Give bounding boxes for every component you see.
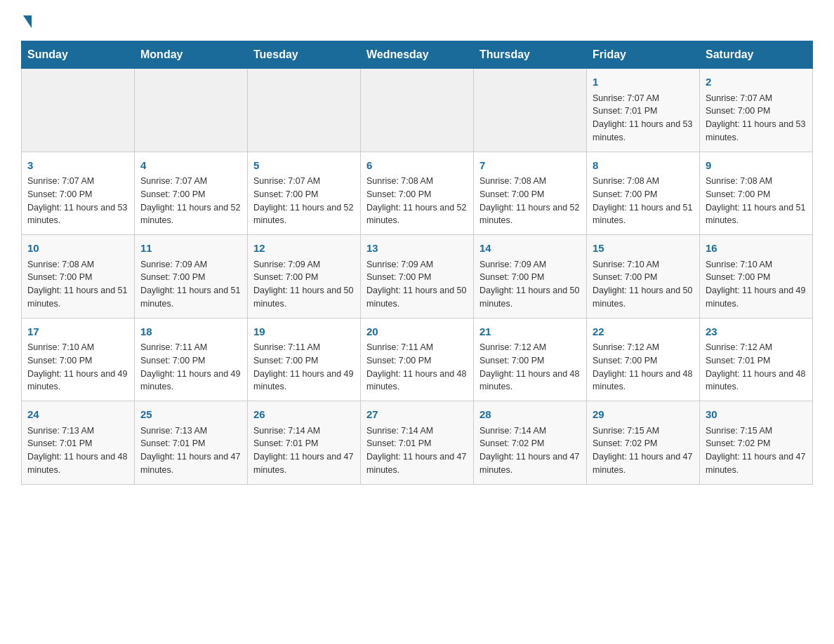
day-info: Sunrise: 7:08 AM Sunset: 7:00 PM Dayligh… bbox=[366, 175, 468, 227]
day-info: Sunrise: 7:13 AM Sunset: 7:01 PM Dayligh… bbox=[27, 424, 128, 477]
calendar-day-cell: 2Sunrise: 7:07 AM Sunset: 7:00 PM Daylig… bbox=[700, 69, 813, 152]
calendar-day-cell: 13Sunrise: 7:09 AM Sunset: 7:00 PM Dayli… bbox=[361, 235, 474, 318]
calendar-day-header: Friday bbox=[587, 41, 700, 69]
calendar-day-header: Thursday bbox=[474, 41, 587, 69]
day-info: Sunrise: 7:11 AM Sunset: 7:00 PM Dayligh… bbox=[140, 341, 241, 394]
day-number: 2 bbox=[706, 74, 807, 90]
day-info: Sunrise: 7:12 AM Sunset: 7:01 PM Dayligh… bbox=[706, 341, 807, 394]
day-number: 19 bbox=[253, 324, 355, 340]
calendar-day-cell bbox=[135, 69, 248, 152]
calendar-day-cell: 22Sunrise: 7:12 AM Sunset: 7:00 PM Dayli… bbox=[587, 318, 700, 401]
calendar-day-cell: 8Sunrise: 7:08 AM Sunset: 7:00 PM Daylig… bbox=[587, 152, 700, 235]
calendar-week-row: 3Sunrise: 7:07 AM Sunset: 7:00 PM Daylig… bbox=[22, 152, 813, 235]
calendar-week-row: 24Sunrise: 7:13 AM Sunset: 7:01 PM Dayli… bbox=[22, 401, 813, 485]
day-info: Sunrise: 7:11 AM Sunset: 7:00 PM Dayligh… bbox=[366, 341, 468, 394]
day-number: 20 bbox=[366, 324, 468, 340]
day-number: 26 bbox=[253, 407, 355, 423]
calendar-day-header: Tuesday bbox=[248, 41, 361, 69]
calendar-week-row: 17Sunrise: 7:10 AM Sunset: 7:00 PM Dayli… bbox=[22, 318, 813, 401]
calendar-day-cell: 18Sunrise: 7:11 AM Sunset: 7:00 PM Dayli… bbox=[135, 318, 248, 401]
calendar-day-cell: 27Sunrise: 7:14 AM Sunset: 7:01 PM Dayli… bbox=[361, 401, 474, 485]
day-number: 25 bbox=[140, 407, 241, 423]
day-info: Sunrise: 7:08 AM Sunset: 7:00 PM Dayligh… bbox=[593, 175, 694, 227]
day-info: Sunrise: 7:09 AM Sunset: 7:00 PM Dayligh… bbox=[479, 258, 581, 311]
day-info: Sunrise: 7:10 AM Sunset: 7:00 PM Dayligh… bbox=[593, 258, 694, 311]
calendar-day-cell: 24Sunrise: 7:13 AM Sunset: 7:01 PM Dayli… bbox=[22, 401, 135, 485]
calendar-day-cell: 16Sunrise: 7:10 AM Sunset: 7:00 PM Dayli… bbox=[700, 235, 813, 318]
day-number: 4 bbox=[140, 158, 241, 174]
calendar-day-cell: 17Sunrise: 7:10 AM Sunset: 7:00 PM Dayli… bbox=[22, 318, 135, 401]
day-number: 17 bbox=[27, 324, 128, 340]
calendar-header-row: SundayMondayTuesdayWednesdayThursdayFrid… bbox=[22, 41, 813, 69]
calendar-day-cell: 5Sunrise: 7:07 AM Sunset: 7:00 PM Daylig… bbox=[248, 152, 361, 235]
day-info: Sunrise: 7:08 AM Sunset: 7:00 PM Dayligh… bbox=[706, 175, 807, 227]
day-info: Sunrise: 7:14 AM Sunset: 7:01 PM Dayligh… bbox=[366, 424, 468, 477]
day-info: Sunrise: 7:11 AM Sunset: 7:00 PM Dayligh… bbox=[253, 341, 355, 394]
calendar-day-cell: 30Sunrise: 7:15 AM Sunset: 7:02 PM Dayli… bbox=[700, 401, 813, 485]
day-number: 6 bbox=[366, 158, 468, 174]
day-number: 13 bbox=[366, 241, 468, 257]
day-number: 3 bbox=[27, 158, 128, 174]
day-number: 10 bbox=[27, 241, 128, 257]
day-info: Sunrise: 7:07 AM Sunset: 7:01 PM Dayligh… bbox=[593, 92, 694, 145]
calendar-day-cell bbox=[361, 69, 474, 152]
calendar-day-cell: 7Sunrise: 7:08 AM Sunset: 7:00 PM Daylig… bbox=[474, 152, 587, 235]
logo bbox=[21, 14, 32, 28]
calendar-day-cell: 1Sunrise: 7:07 AM Sunset: 7:01 PM Daylig… bbox=[587, 69, 700, 152]
day-info: Sunrise: 7:15 AM Sunset: 7:02 PM Dayligh… bbox=[706, 424, 807, 477]
day-number: 18 bbox=[140, 324, 241, 340]
calendar-day-cell: 11Sunrise: 7:09 AM Sunset: 7:00 PM Dayli… bbox=[135, 235, 248, 318]
day-number: 7 bbox=[479, 158, 581, 174]
day-number: 8 bbox=[593, 158, 694, 174]
page-header bbox=[21, 14, 813, 28]
calendar-day-header: Monday bbox=[135, 41, 248, 69]
day-info: Sunrise: 7:09 AM Sunset: 7:00 PM Dayligh… bbox=[140, 258, 241, 311]
day-number: 15 bbox=[593, 241, 694, 257]
day-number: 14 bbox=[479, 241, 581, 257]
day-info: Sunrise: 7:12 AM Sunset: 7:00 PM Dayligh… bbox=[593, 341, 694, 394]
calendar-week-row: 1Sunrise: 7:07 AM Sunset: 7:01 PM Daylig… bbox=[22, 69, 813, 152]
day-number: 21 bbox=[479, 324, 581, 340]
day-info: Sunrise: 7:09 AM Sunset: 7:00 PM Dayligh… bbox=[253, 258, 355, 311]
calendar-day-header: Wednesday bbox=[361, 41, 474, 69]
logo-arrow-icon bbox=[23, 15, 32, 28]
calendar-day-cell: 26Sunrise: 7:14 AM Sunset: 7:01 PM Dayli… bbox=[248, 401, 361, 485]
day-info: Sunrise: 7:09 AM Sunset: 7:00 PM Dayligh… bbox=[366, 258, 468, 311]
day-number: 9 bbox=[706, 158, 807, 174]
day-number: 30 bbox=[706, 407, 807, 423]
day-number: 5 bbox=[253, 158, 355, 174]
calendar-day-cell: 4Sunrise: 7:07 AM Sunset: 7:00 PM Daylig… bbox=[135, 152, 248, 235]
day-number: 1 bbox=[593, 74, 694, 90]
calendar-day-cell: 15Sunrise: 7:10 AM Sunset: 7:00 PM Dayli… bbox=[587, 235, 700, 318]
calendar-day-cell: 9Sunrise: 7:08 AM Sunset: 7:00 PM Daylig… bbox=[700, 152, 813, 235]
day-info: Sunrise: 7:12 AM Sunset: 7:00 PM Dayligh… bbox=[479, 341, 581, 394]
day-number: 22 bbox=[593, 324, 694, 340]
day-number: 16 bbox=[706, 241, 807, 257]
calendar-day-cell: 19Sunrise: 7:11 AM Sunset: 7:00 PM Dayli… bbox=[248, 318, 361, 401]
calendar-day-cell: 25Sunrise: 7:13 AM Sunset: 7:01 PM Dayli… bbox=[135, 401, 248, 485]
day-info: Sunrise: 7:10 AM Sunset: 7:00 PM Dayligh… bbox=[706, 258, 807, 311]
day-number: 23 bbox=[706, 324, 807, 340]
calendar-day-cell: 21Sunrise: 7:12 AM Sunset: 7:00 PM Dayli… bbox=[474, 318, 587, 401]
day-number: 28 bbox=[479, 407, 581, 423]
day-info: Sunrise: 7:13 AM Sunset: 7:01 PM Dayligh… bbox=[140, 424, 241, 477]
calendar-day-cell: 23Sunrise: 7:12 AM Sunset: 7:01 PM Dayli… bbox=[700, 318, 813, 401]
day-info: Sunrise: 7:14 AM Sunset: 7:02 PM Dayligh… bbox=[479, 424, 581, 477]
calendar-day-cell bbox=[474, 69, 587, 152]
day-info: Sunrise: 7:15 AM Sunset: 7:02 PM Dayligh… bbox=[593, 424, 694, 477]
calendar-day-cell: 6Sunrise: 7:08 AM Sunset: 7:00 PM Daylig… bbox=[361, 152, 474, 235]
day-info: Sunrise: 7:07 AM Sunset: 7:00 PM Dayligh… bbox=[706, 92, 807, 145]
day-info: Sunrise: 7:10 AM Sunset: 7:00 PM Dayligh… bbox=[27, 341, 128, 394]
calendar-day-cell: 29Sunrise: 7:15 AM Sunset: 7:02 PM Dayli… bbox=[587, 401, 700, 485]
day-number: 11 bbox=[140, 241, 241, 257]
day-number: 12 bbox=[253, 241, 355, 257]
day-number: 24 bbox=[27, 407, 128, 423]
calendar-day-cell bbox=[22, 69, 135, 152]
calendar-table: SundayMondayTuesdayWednesdayThursdayFrid… bbox=[21, 41, 813, 485]
calendar-day-cell: 3Sunrise: 7:07 AM Sunset: 7:00 PM Daylig… bbox=[22, 152, 135, 235]
day-info: Sunrise: 7:07 AM Sunset: 7:00 PM Dayligh… bbox=[140, 175, 241, 227]
calendar-day-header: Saturday bbox=[700, 41, 813, 69]
calendar-day-cell: 12Sunrise: 7:09 AM Sunset: 7:00 PM Dayli… bbox=[248, 235, 361, 318]
calendar-day-cell bbox=[248, 69, 361, 152]
day-number: 29 bbox=[593, 407, 694, 423]
